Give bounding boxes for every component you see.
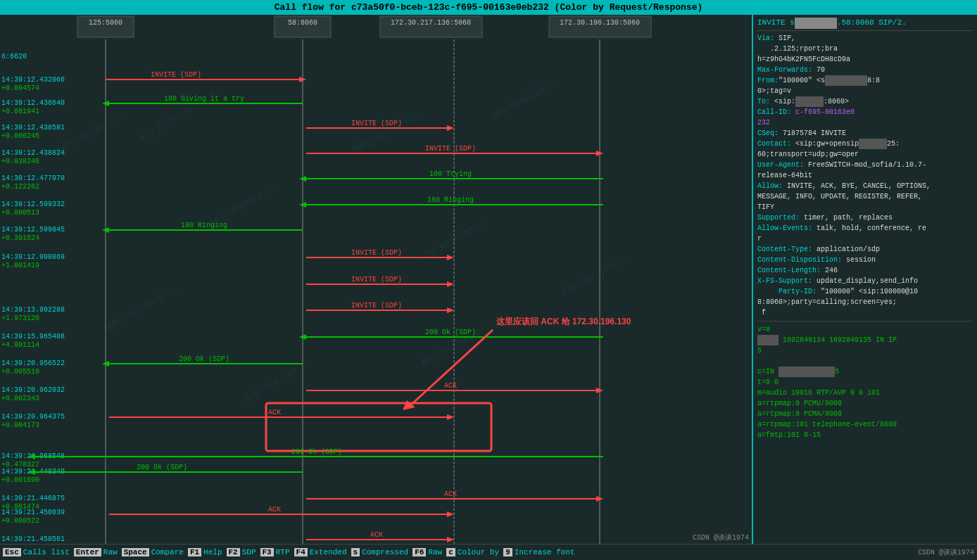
svg-text:ops-opensip...: ops-opensip... [489,75,561,123]
svg-text:14:39:21.446875: 14:39:21.446875 [1,495,65,502]
svg-text:58:8060: 58:8060 [288,19,317,27]
s-label: Compressed [362,548,408,556]
svg-text:14:39:13.992288: 14:39:13.992288 [1,306,65,314]
svg-text:14:39:12.990869: 14:39:12.990869 [1,253,65,261]
esc-label: Calls list [23,548,70,556]
svg-text:14:39:20.962032: 14:39:20.962032 [1,386,65,394]
svg-text:14:39:12.436640: 14:39:12.436640 [1,99,65,107]
status-f3[interactable]: F3 RTP [260,548,290,556]
status-enter[interactable]: Enter Raw [74,548,118,556]
svg-text:ACK: ACK [444,382,457,390]
svg-text:这里应该回 ACK 给 172.30.196.130: 这里应该回 ACK 给 172.30.196.130 [496,317,631,326]
svg-text:INVITE (SDP): INVITE (SDP) [351,249,402,257]
status-f2[interactable]: F2 SDP [227,548,256,556]
svg-text:172.30.196.130:5060: 172.30.196.130:5060 [560,19,640,27]
svg-text:14:39:12.599332: 14:39:12.599332 [1,201,65,208]
svg-text:200 Ok (SDP): 200 Ok (SDP) [425,329,476,336]
svg-text:ACK: ACK [370,531,383,539]
call-flow-panel[interactable]: 杨叶(nathan.y... aly-hn1-inn... ops-opensi… [0,15,752,544]
svg-text:14:39:12.477070: 14:39:12.477070 [1,174,65,182]
space-label: Compare [151,548,184,556]
svg-text:+1.001419: +1.001419 [1,262,39,269]
status-f4[interactable]: F4 Extended [294,548,347,556]
sip-title: INVITE s .58:8060 SIP/2. [757,18,973,31]
svg-text:+0.000513: +0.000513 [1,209,39,217]
svg-text:14:39:21.450039: 14:39:21.450039 [1,509,65,516]
svg-text:200 Ok (SDP): 200 Ok (SDP) [137,464,187,471]
enter-label: Raw [103,548,118,556]
f2-label: SDP [242,548,256,556]
svg-text:125:5060: 125:5060 [89,19,122,27]
svg-marker-62 [447,255,454,260]
status-f6[interactable]: F6 Raw [412,548,442,556]
svg-text:INVITE (SDP): INVITE (SDP) [351,120,402,127]
status-s[interactable]: s Compressed [351,548,409,556]
sip-panel: INVITE s .58:8060 SIP/2. Via: SIP, .2.12… [752,15,977,544]
svg-text:+0.000522: +0.000522 [1,517,39,525]
svg-text:+0.001941: +0.001941 [1,108,39,115]
f3-key: F3 [260,548,274,556]
f3-label: RTP [276,548,290,556]
f6-key: F6 [412,548,426,556]
svg-text:14:39:12.438581: 14:39:12.438581 [1,124,65,132]
c-key: c [446,548,455,556]
status-9[interactable]: 9 Increase font [503,548,574,556]
f6-label: Raw [428,548,442,556]
svg-text:+0.002343: +0.002343 [1,395,39,402]
f1-label: Help [203,548,222,556]
svg-text:180 Ringing: 180 Ringing [427,196,474,204]
svg-text:200 Ok (SDP): 200 Ok (SDP) [179,355,229,363]
svg-text:180 Ringing: 180 Ringing [181,222,227,229]
call-flow-svg: 杨叶(nathan.y... aly-hn1-inn... ops-opensi… [0,15,752,544]
svg-text:+0.122262: +0.122262 [1,183,39,191]
svg-text:100 Trying: 100 Trying [429,170,472,178]
title-text: Call flow for c73a50f0-bceb-123c-f695-00… [275,2,703,13]
status-space[interactable]: Space Compare [122,548,184,556]
svg-marker-111 [447,511,454,517]
svg-text:14:39:20.964375: 14:39:20.964375 [1,413,65,421]
status-c[interactable]: c Colour by [446,548,499,556]
status-esc[interactable]: Esc Calls list [3,548,70,556]
svg-text:杨叶(nathan.y...: 杨叶(nathan.y... [348,107,427,158]
f4-label: Extended [310,548,347,556]
f2-key: F2 [227,548,240,556]
svg-text:+0.000245: +0.000245 [1,132,39,140]
svg-text:14:39:12.438824: 14:39:12.438824 [1,149,65,157]
status-f1[interactable]: F1 Help [188,548,222,556]
svg-text:6:6620: 6:6620 [1,53,27,61]
esc-key: Esc [3,548,21,556]
svg-text:+0.038246: +0.038246 [1,158,39,165]
svg-text:100 Giving it a try: 100 Giving it a try [164,95,244,103]
svg-text:+1.973120: +1.973120 [1,314,39,322]
svg-text:+4.991114: +4.991114 [1,341,39,349]
svg-text:+0.005510: +0.005510 [1,368,39,376]
svg-text:200 Ok (SDP): 200 Ok (SDP) [291,448,342,456]
svg-text:14:39:12.599845: 14:39:12.599845 [1,226,65,234]
main-container: 杨叶(nathan.y... aly-hn1-inn... ops-opensi… [0,15,977,544]
svg-text:+0.004574: +0.004574 [1,84,39,92]
svg-marker-65 [447,281,454,287]
title-bar: Call flow for c73a50f0-bceb-123c-f695-00… [0,0,977,15]
s-key: s [351,548,360,556]
c-label: Colour by [458,548,499,556]
nine-label: Increase font [515,548,575,556]
svg-marker-70 [447,307,454,313]
svg-text:+0.001690: +0.001690 [1,476,39,484]
svg-text:INVITE (SDP): INVITE (SDP) [151,71,201,79]
svg-text:14:39:21.450561: 14:39:21.450561 [1,535,65,543]
svg-text:+0.004173: +0.004173 [1,421,39,429]
svg-marker-115 [447,537,454,542]
sip-content: Via: SIP, .2.125;rport;bra h=z9hG4bK2FN5… [757,33,973,540]
csdn-status: CSDN @谈谈1974 [918,547,974,557]
status-bar: Esc Calls list Enter Raw Space Compare F… [0,544,977,559]
svg-text:aly-hn1-inn...: aly-hn1-inn... [560,251,631,299]
svg-marker-90 [447,414,454,420]
svg-text:+0.391024: +0.391024 [1,234,39,242]
svg-text:14:39:12.432066: 14:39:12.432066 [1,76,65,84]
f1-key: F1 [188,548,201,556]
sip-title-label: INVITE s [757,18,795,27]
svg-text:INVITE (SDP): INVITE (SDP) [425,145,476,153]
f4-key: F4 [294,548,308,556]
svg-text:172.30.217.136:5060: 172.30.217.136:5060 [391,19,471,27]
svg-text:aly-hn1-inn...: aly-hn1-inn... [419,216,491,264]
